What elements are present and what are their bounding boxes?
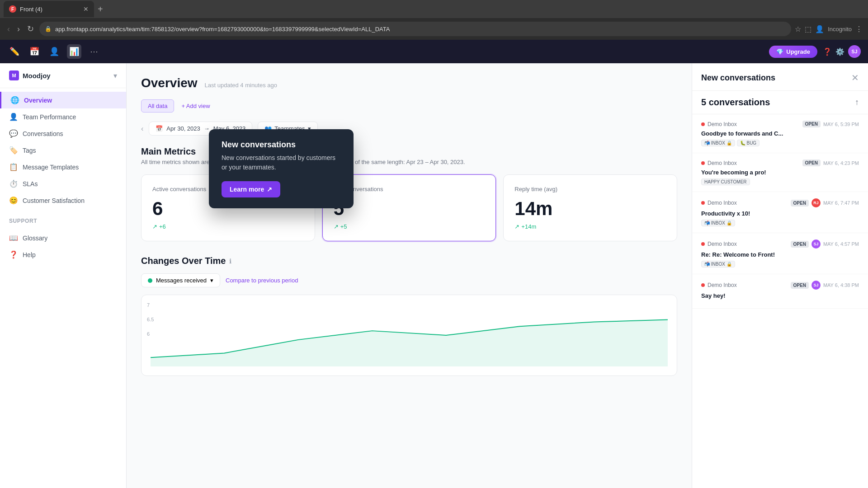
overview-icon: 🌐 [10,96,19,104]
sidebar-item-glossary[interactable]: 📖 Glossary [0,230,126,246]
settings-icon[interactable]: ⚙️ [835,47,844,56]
prev-date-button[interactable]: ‹ [141,125,143,133]
changes-header: Changes Over Time ℹ [141,256,677,266]
back-button[interactable]: ‹ [5,23,12,36]
status-badge: OPEN [802,121,821,127]
chart-area: 7 6.5 6 [141,295,677,376]
panel-item-subject: Re: Re: Welcome to Front! [701,251,855,258]
tooltip-popup: New conversations New conversations star… [209,129,354,208]
toolbar-calendar-icon[interactable]: 📅 [27,44,42,59]
sidebar-item-help-label: Help [23,251,36,258]
profile-icon[interactable]: 👤 [815,25,824,33]
browser-nav: ‹ › ↻ 🔒 app.frontapp.com/analytics/team/… [0,18,868,40]
user-avatar[interactable]: SJ [848,45,861,58]
export-icon[interactable]: ↑ [855,98,859,107]
panel-item-meta: OPEN SJ MAY 6, 4:57 PM [791,239,859,249]
external-link-icon: ↗ [267,186,272,193]
learn-more-button[interactable]: Learn more ↗ [222,181,280,197]
panel-close-button[interactable]: ✕ [851,72,859,83]
inbox-name: Demo Inbox [708,121,737,127]
panel-item-subject: Goodbye to forwards and C... [701,130,855,137]
tab-close-button[interactable]: ✕ [83,5,89,13]
sidebar-item-conversations[interactable]: 💬 Conversations [0,125,126,142]
changes-info-icon[interactable]: ℹ [229,258,231,265]
sidebar-item-slas[interactable]: ⏱️ SLAs [0,175,126,192]
date-arrow: → [204,125,210,132]
panel-item[interactable]: Demo Inbox OPEN SJ MAY 6, 4:57 PM Re: Re… [692,233,868,274]
tab-title: Front (4) [20,6,80,13]
main-content: Overview Last updated 4 minutes ago All … [127,63,692,488]
tab-all-data[interactable]: All data [141,99,174,113]
tag-chip: 📬 INBOX 🔒 [701,261,735,267]
url-bar[interactable]: 🔒 app.frontapp.com/analytics/team/tim:78… [39,22,791,36]
tag-chips: 📬 INBOX 🔒 [701,261,859,267]
tags-icon: 🏷️ [9,146,18,155]
support-nav: 📖 Glossary ❓ Help [0,226,126,267]
panel-item[interactable]: Demo Inbox OPEN MAY 6, 5:39 PM Goodbye t… [692,114,868,153]
timestamp: MAY 6, 4:23 PM [823,160,859,166]
team-performance-icon: 👤 [9,113,18,121]
toolbar-compose-icon[interactable]: ✏️ [7,44,22,59]
metric-card-reply-time[interactable]: Reply time (avg) 14m ↗ +14m [503,174,677,241]
extensions-icon[interactable]: ⬚ [805,25,811,33]
slas-icon: ⏱️ [9,179,18,188]
sidebar-item-customer-satisfaction-label: Customer Satisfaction [23,197,85,204]
inbox-status-dot [701,242,705,246]
inbox-name: Demo Inbox [708,160,737,166]
panel-inbox: Demo Inbox [701,160,737,166]
message-templates-icon: 📋 [9,163,18,171]
panel-inbox: Demo Inbox [701,241,737,247]
forward-button[interactable]: › [15,23,22,36]
app-body: M Moodjoy ▾ 🌐 Overview 👤 Team Performanc… [0,63,868,488]
support-section-label: Support [0,212,126,226]
sidebar-item-tags[interactable]: 🏷️ Tags [0,142,126,159]
panel-item-meta: OPEN SJ MAY 6, 4:38 PM [791,281,859,290]
sidebar-header: M Moodjoy ▾ [0,63,126,88]
sidebar-item-team-performance-label: Team Performance [23,113,76,121]
panel-count: 5 conversations ↑ [692,91,868,114]
status-badge: OPEN [791,200,809,206]
refresh-button[interactable]: ↻ [25,22,36,36]
assignee-avatar: RJ [811,198,821,207]
upgrade-button[interactable]: 💎 Upgrade [769,46,817,58]
panel-item[interactable]: Demo Inbox OPEN RJ MAY 6, 7:47 PM Produc… [692,192,868,233]
panel-item[interactable]: Demo Inbox OPEN SJ MAY 6, 4:38 PM Say he… [692,274,868,309]
sidebar-item-overview[interactable]: 🌐 Overview [0,92,126,108]
metric-value-reply: 14m [514,198,666,220]
menu-icon[interactable]: ⋮ [855,25,863,33]
panel-item-subject: Productivity x 10! [701,210,855,217]
browser-tab-active[interactable]: F Front (4) ✕ [4,1,94,17]
new-tab-button[interactable]: + [98,4,103,14]
toolbar-more-icon[interactable]: ⋯ [87,44,101,59]
sidebar-item-message-templates[interactable]: 📋 Message Templates [0,159,126,175]
compare-link[interactable]: Compare to previous period [226,277,298,284]
tooltip-button-label: Learn more [230,186,264,193]
sidebar-item-team-performance[interactable]: 👤 Team Performance [0,108,126,125]
tag-chip: 📬 INBOX 🔒 [701,140,735,146]
tag-chip: HAPPY CUSTOMER [701,178,750,185]
sidebar-item-slas-label: SLAs [23,180,38,188]
panel-item-subject: Say hey! [701,292,855,299]
help-icon[interactable]: ❓ [823,47,832,56]
metric-selector[interactable]: Messages received ▾ [141,273,220,287]
calendar-icon: 📅 [156,125,163,132]
bookmark-icon[interactable]: ☆ [795,25,801,33]
sidebar-item-conversations-label: Conversations [23,130,63,137]
toolbar-analytics-icon[interactable]: 📊 [67,44,81,59]
timestamp: MAY 6, 7:47 PM [823,200,859,206]
panel-item[interactable]: Demo Inbox OPEN MAY 6, 4:23 PM You're be… [692,153,868,192]
panel-items: Demo Inbox OPEN MAY 6, 5:39 PM Goodbye t… [692,114,868,488]
y-label-6: 6 [147,331,154,337]
sidebar-item-help[interactable]: ❓ Help [0,246,126,263]
org-dropdown-icon[interactable]: ▾ [113,71,117,80]
panel-item-meta: OPEN RJ MAY 6, 7:47 PM [791,198,859,207]
sidebar-item-customer-satisfaction[interactable]: 😊 Customer Satisfaction [0,192,126,209]
toolbar-contacts-icon[interactable]: 👤 [47,44,61,59]
change-arrow-reply-icon: ↗ [514,223,519,230]
panel-item-header: Demo Inbox OPEN MAY 6, 5:39 PM [701,121,859,127]
timestamp: MAY 6, 4:38 PM [823,282,859,288]
front-favicon: F [9,5,16,13]
changes-section: Changes Over Time ℹ Messages received ▾ … [141,256,677,376]
inbox-name: Demo Inbox [708,282,737,288]
add-view-button[interactable]: + Add view [178,100,213,112]
